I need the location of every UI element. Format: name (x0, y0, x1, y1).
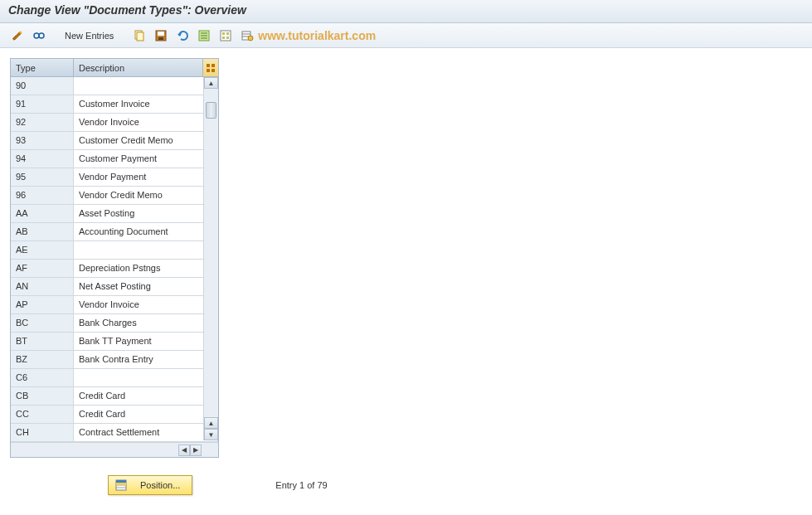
table-row[interactable]: AE (11, 241, 218, 260)
cell-type[interactable]: AE (11, 241, 74, 259)
position-icon (115, 479, 129, 491)
entry-status: Entry 1 of 79 (275, 480, 327, 490)
table-row[interactable]: AAAsset Posting (11, 205, 218, 223)
table-row[interactable]: CBCredit Card (11, 387, 218, 406)
svg-rect-24 (207, 69, 210, 72)
svg-rect-16 (222, 36, 225, 39)
svg-rect-14 (222, 32, 225, 35)
cell-description[interactable]: Customer Credit Memo (74, 132, 218, 149)
table-settings-icon[interactable] (203, 59, 218, 76)
cell-description[interactable]: Vendor Invoice (74, 114, 218, 131)
cell-type[interactable]: BT (11, 333, 74, 350)
cell-description[interactable]: Vendor Credit Memo (74, 187, 218, 204)
svg-rect-5 (137, 32, 143, 41)
cell-description[interactable]: Contract Settlement (74, 424, 218, 441)
cell-description[interactable]: Vendor Invoice (74, 296, 218, 313)
scroll-up-icon[interactable]: ▲ (204, 77, 218, 89)
table-row[interactable]: BCBank Charges (11, 314, 218, 333)
scroll-pageup-icon[interactable]: ▲ (204, 417, 218, 429)
table-row[interactable]: ANNet Asset Posting (11, 278, 218, 296)
change-display-icon[interactable] (8, 27, 27, 45)
cell-type[interactable]: CH (11, 424, 74, 441)
vertical-scrollbar[interactable]: ▲ ▲ ▼ (203, 77, 218, 440)
cell-type[interactable]: AN (11, 278, 74, 295)
svg-rect-8 (158, 37, 163, 40)
svg-rect-30 (116, 483, 126, 485)
cell-type[interactable]: C6 (11, 369, 74, 386)
table-row[interactable]: CHContract Settlement (11, 424, 218, 442)
cell-type[interactable]: 95 (11, 168, 74, 186)
table-row[interactable]: 95Vendor Payment (11, 168, 218, 187)
page-title: Change View "Document Types": Overview (8, 3, 246, 17)
cell-type[interactable]: BZ (11, 351, 74, 368)
horizontal-scrollbar[interactable]: ◀ ▶ (11, 442, 218, 457)
watermark: www.tutorialkart.com (258, 29, 376, 42)
table-row[interactable]: BZBank Contra Entry (11, 351, 218, 369)
table-row[interactable]: BTBank TT Payment (11, 333, 218, 351)
cell-description[interactable]: Accounting Document (74, 223, 218, 240)
select-all-icon[interactable] (195, 27, 213, 45)
table-row[interactable]: 96Vendor Credit Memo (11, 187, 218, 205)
svg-point-2 (39, 33, 44, 38)
cell-description[interactable]: Bank TT Payment (74, 333, 218, 350)
svg-rect-7 (158, 32, 164, 36)
table-row[interactable]: ABAccounting Document (11, 223, 218, 241)
cell-type[interactable]: 96 (11, 187, 74, 204)
table-row[interactable]: 93Customer Credit Memo (11, 132, 218, 150)
column-header-type[interactable]: Type (11, 59, 74, 76)
cell-description[interactable]: Customer Invoice (74, 95, 218, 113)
column-header-description[interactable]: Description (74, 59, 203, 76)
cell-type[interactable]: 90 (11, 77, 74, 95)
search-glasses-icon[interactable] (30, 27, 48, 45)
cell-description[interactable]: Credit Card (74, 406, 218, 423)
cell-description[interactable] (74, 241, 218, 259)
scroll-thumb[interactable] (206, 102, 216, 119)
cell-description[interactable] (74, 369, 218, 386)
position-button[interactable]: Position... (108, 475, 192, 495)
table-row[interactable]: 91Customer Invoice (11, 95, 218, 114)
scroll-left-icon[interactable]: ◀ (178, 445, 190, 456)
cell-description[interactable] (74, 77, 218, 95)
cell-type[interactable]: AA (11, 205, 74, 222)
new-entries-button[interactable]: New Entries (58, 28, 120, 43)
cell-description[interactable]: Asset Posting (74, 205, 218, 222)
cell-description[interactable]: Bank Contra Entry (74, 351, 218, 368)
cell-type[interactable]: 93 (11, 132, 74, 149)
copy-icon[interactable] (130, 27, 148, 45)
table-row[interactable]: C6 (11, 369, 218, 387)
cell-description[interactable]: Net Asset Posting (74, 278, 218, 295)
cell-type[interactable]: AP (11, 296, 74, 313)
scroll-right-icon[interactable]: ▶ (190, 445, 202, 456)
svg-rect-23 (212, 64, 215, 67)
cell-type[interactable]: 92 (11, 114, 74, 131)
cell-description[interactable]: Bank Charges (74, 314, 218, 332)
deselect-all-icon[interactable] (216, 27, 235, 45)
table-row[interactable]: APVendor Invoice (11, 296, 218, 314)
toolbar: New Entries (0, 23, 812, 48)
table-row[interactable]: AFDepreciation Pstngs (11, 260, 218, 278)
svg-rect-13 (221, 31, 231, 41)
cell-type[interactable]: CB (11, 387, 74, 405)
table-row[interactable]: CCCredit Card (11, 406, 218, 424)
cell-description[interactable]: Customer Payment (74, 150, 218, 168)
cell-type[interactable]: BC (11, 314, 74, 332)
cell-type[interactable]: AB (11, 223, 74, 240)
svg-rect-17 (226, 36, 229, 39)
cell-description[interactable]: Depreciation Pstngs (74, 260, 218, 277)
cell-type[interactable]: 94 (11, 150, 74, 168)
cell-description[interactable]: Credit Card (74, 387, 218, 405)
config-table-icon[interactable] (238, 27, 256, 45)
cell-type[interactable]: AF (11, 260, 74, 277)
table-row[interactable]: 92Vendor Invoice (11, 114, 218, 132)
table-row[interactable]: 94Customer Payment (11, 150, 218, 168)
svg-point-21 (248, 36, 253, 41)
cell-type[interactable]: 91 (11, 95, 74, 113)
cell-description[interactable]: Vendor Payment (74, 168, 218, 186)
table-row[interactable]: 90 (11, 77, 218, 95)
svg-rect-25 (212, 69, 215, 72)
cell-type[interactable]: CC (11, 406, 74, 423)
save-icon[interactable] (152, 27, 170, 45)
scroll-down-icon[interactable]: ▼ (204, 429, 218, 440)
undo-icon[interactable] (173, 27, 192, 45)
svg-rect-22 (207, 64, 210, 67)
